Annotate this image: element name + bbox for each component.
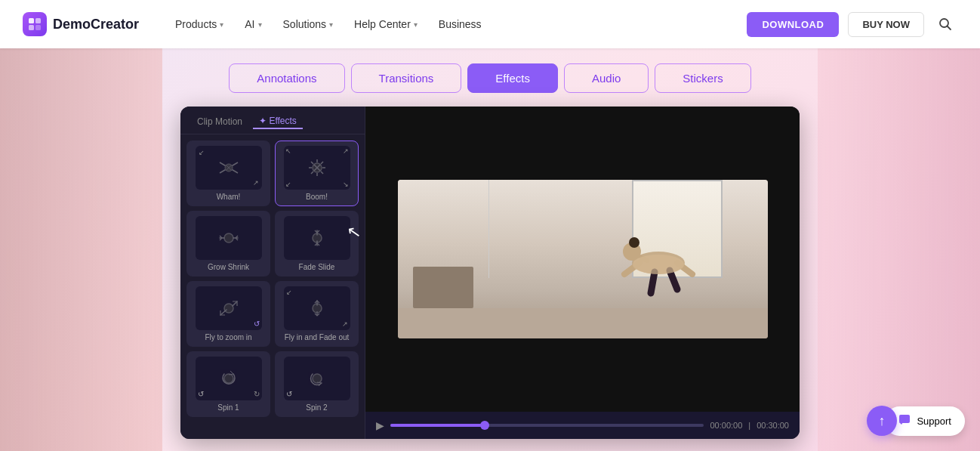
current-time: 00:00:00 xyxy=(710,421,742,430)
tab-annotations[interactable]: Annotations xyxy=(229,63,344,93)
effect-boom[interactable]: ↖ ↗ ↙ ↘ Boom! xyxy=(275,141,359,206)
nav-solutions[interactable]: Solutions ▾ xyxy=(274,12,343,36)
logo-text: DemoCreator xyxy=(53,17,139,32)
bg-left-panel xyxy=(0,48,162,451)
effect-thumb-fade-slide xyxy=(284,216,350,260)
svg-point-8 xyxy=(224,233,233,242)
total-time: 00:30:00 xyxy=(757,421,789,430)
chevron-down-icon: ▾ xyxy=(329,20,333,29)
search-icon[interactable] xyxy=(933,12,957,36)
video-frame xyxy=(398,180,768,338)
effect-wham[interactable]: ↙ ↗ Wham! xyxy=(186,141,270,206)
svg-rect-1 xyxy=(35,18,41,23)
support-button[interactable]: Support xyxy=(885,406,965,436)
panel-header: Clip Motion ✦ Effects xyxy=(180,107,365,134)
effect-name-fade-slide: Fade Slide xyxy=(299,263,335,271)
svg-line-5 xyxy=(948,26,951,30)
tabs-row: Annotations Transitions Effects Audio St… xyxy=(229,63,750,93)
effects-panel: Clip Motion ✦ Effects ↙ ↗ Wham! xyxy=(180,107,365,439)
svg-rect-2 xyxy=(29,25,34,30)
nav-items: Products ▾ AI ▾ Solutions ▾ Help Center … xyxy=(166,12,747,36)
effect-name-grow-shrink: Grow Shrink xyxy=(208,263,249,271)
svg-point-12 xyxy=(224,374,233,383)
effect-thumb-spin1: ↺ ↻ xyxy=(196,357,262,400)
support-label: Support xyxy=(917,415,951,427)
play-button[interactable]: ▶ xyxy=(376,419,384,431)
nav-ai[interactable]: AI ▾ xyxy=(236,12,270,36)
effect-thumb-wham: ↙ ↗ xyxy=(196,146,262,190)
effect-name-spin1: Spin 1 xyxy=(217,403,239,412)
effect-thumb-fly-zoom-in: ↺ xyxy=(196,286,262,330)
tab-stickers[interactable]: Stickers xyxy=(655,63,750,93)
chevron-down-icon: ▾ xyxy=(220,20,223,29)
svg-point-16 xyxy=(629,237,639,248)
effect-name-fly-fade-out: Fly in and Fade out xyxy=(285,333,350,341)
effect-thumb-spin2: ↺ xyxy=(284,357,350,400)
svg-point-22 xyxy=(633,255,684,274)
download-button[interactable]: DOWNLOAD xyxy=(747,12,839,37)
svg-rect-3 xyxy=(35,25,41,30)
nav-products[interactable]: Products ▾ xyxy=(166,12,233,36)
chevron-down-icon: ▾ xyxy=(414,20,418,29)
time-separator: | xyxy=(748,421,750,430)
svg-point-13 xyxy=(313,374,322,383)
effect-fade-slide[interactable]: Fade Slide xyxy=(275,211,359,276)
effect-fly-zoom-in[interactable]: ↺ Fly to zoom in xyxy=(186,281,270,347)
upload-icon: ↑ xyxy=(879,413,886,429)
clip-motion-tab[interactable]: Clip Motion xyxy=(191,115,248,128)
effect-name-fly-zoom-in: Fly to zoom in xyxy=(205,333,251,341)
editor-area: Clip Motion ✦ Effects ↙ ↗ Wham! xyxy=(180,107,800,439)
video-panel: ▶ 00:00:00 | 00:30:00 xyxy=(365,107,800,439)
upload-button[interactable]: ↑ xyxy=(867,406,897,436)
effect-name-wham: Wham! xyxy=(217,193,241,201)
video-controls: ▶ 00:00:00 | 00:30:00 xyxy=(365,412,800,439)
logo[interactable]: DemoCreator xyxy=(23,12,139,36)
progress-fill xyxy=(390,424,485,427)
effects-grid: ↙ ↗ Wham! ↖ ↗ ↙ ↘ Boom! xyxy=(180,134,365,423)
svg-rect-23 xyxy=(899,415,910,423)
nav-actions: DOWNLOAD BUY NOW xyxy=(747,12,957,37)
effect-fly-fade-out[interactable]: ↙ ↗ Fly in and Fade out xyxy=(275,281,359,347)
effect-thumb-grow-shrink xyxy=(196,216,262,260)
navbar: DemoCreator Products ▾ AI ▾ Solutions ▾ … xyxy=(0,0,980,48)
effect-grow-shrink[interactable]: Grow Shrink xyxy=(186,211,270,276)
effects-star-icon: ✦ xyxy=(259,116,267,126)
tab-effects[interactable]: Effects xyxy=(467,63,558,93)
effect-name-boom: Boom! xyxy=(306,193,328,201)
effect-thumb-boom: ↖ ↗ ↙ ↘ xyxy=(284,146,350,190)
support-chat-icon xyxy=(898,414,911,428)
effect-thumb-fly-fade-out: ↙ ↗ xyxy=(284,286,350,330)
tab-transitions[interactable]: Transitions xyxy=(351,63,462,93)
progress-bar[interactable] xyxy=(390,424,704,427)
effect-name-spin2: Spin 2 xyxy=(306,403,327,412)
effect-spin2[interactable]: ↺ Spin 2 xyxy=(275,351,359,417)
svg-rect-0 xyxy=(29,18,34,23)
progress-dot xyxy=(480,421,489,430)
svg-line-20 xyxy=(651,272,655,293)
nav-business[interactable]: Business xyxy=(430,12,491,36)
effects-tab: ✦ Effects xyxy=(253,114,303,129)
chevron-down-icon: ▾ xyxy=(258,20,262,29)
effect-spin1[interactable]: ↺ ↻ Spin 1 xyxy=(186,351,270,417)
svg-point-10 xyxy=(224,304,233,313)
nav-help-center[interactable]: Help Center ▾ xyxy=(345,12,427,36)
tab-audio[interactable]: Audio xyxy=(564,63,649,93)
svg-line-19 xyxy=(670,270,677,289)
buy-now-button[interactable]: BUY NOW xyxy=(848,12,924,37)
bg-right-panel xyxy=(818,48,980,451)
video-preview xyxy=(365,107,800,412)
logo-icon xyxy=(23,12,47,36)
